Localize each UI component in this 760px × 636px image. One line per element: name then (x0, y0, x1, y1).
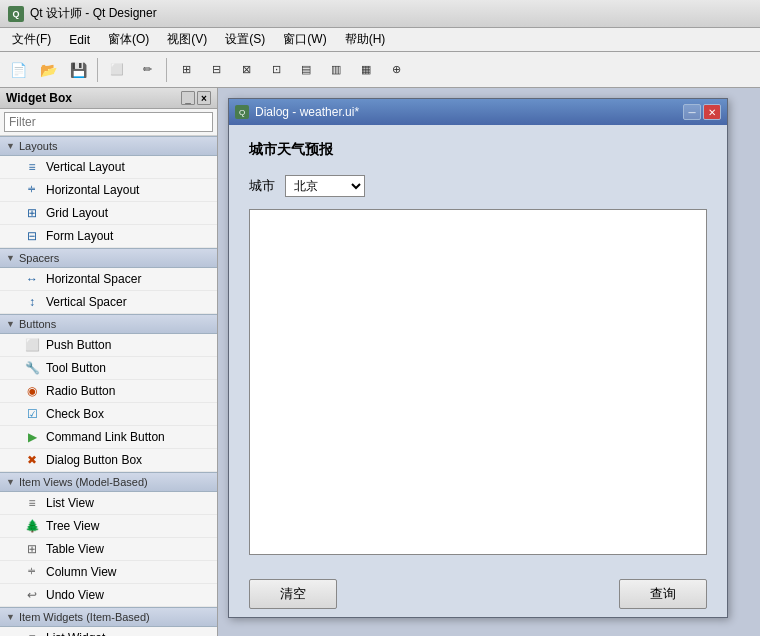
dialog-content: 城市天气预报 城市 北京 上海 广州 深圳 (229, 125, 727, 571)
category-layouts[interactable]: ▼ Layouts (0, 136, 217, 156)
menu-bar: 文件(F) Edit 窗体(O) 视图(V) 设置(S) 窗口(W) 帮助(H) (0, 28, 760, 52)
widget-box-close[interactable]: × (197, 91, 211, 105)
tool-align-right[interactable]: ⊟ (202, 56, 230, 84)
check-box-label: Check Box (46, 407, 104, 421)
menu-view[interactable]: 视图(V) (159, 29, 215, 50)
tool-align-left[interactable]: ⊞ (172, 56, 200, 84)
new-button[interactable]: 📄 (4, 56, 32, 84)
check-box-item[interactable]: ☑ Check Box (0, 403, 217, 426)
radio-button-icon: ◉ (24, 383, 40, 399)
widget-box-title: Widget Box (6, 91, 72, 105)
vertical-layout-item[interactable]: ≡ Vertical Layout (0, 156, 217, 179)
category-item-widgets[interactable]: ▼ Item Widgets (Item-Based) (0, 607, 217, 627)
category-item-views[interactable]: ▼ Item Views (Model-Based) (0, 472, 217, 492)
item-widgets-label: Item Widgets (Item-Based) (19, 611, 150, 623)
dialog-title-bar: Q Dialog - weather.ui* ─ ✕ (229, 99, 727, 125)
item-widgets-arrow: ▼ (6, 612, 15, 622)
menu-settings[interactable]: 设置(S) (217, 29, 273, 50)
toolbar: 📄 📂 💾 ⬜ ✏ ⊞ ⊟ ⊠ ⊡ ▤ ▥ ▦ ⊕ (0, 52, 760, 88)
command-link-button-item[interactable]: ▶ Command Link Button (0, 426, 217, 449)
list-view-item[interactable]: ≡ List View (0, 492, 217, 515)
menu-edit[interactable]: Edit (61, 31, 98, 49)
horizontal-layout-label: Horizontal Layout (46, 183, 139, 197)
dialog-close-button[interactable]: ✕ (703, 104, 721, 120)
toolbar-sep-2 (166, 58, 167, 82)
dialog-minimize-button[interactable]: ─ (683, 104, 701, 120)
grid-layout-icon: ⊞ (24, 205, 40, 221)
vertical-layout-icon: ≡ (24, 159, 40, 175)
form-layout-label: Form Layout (46, 229, 113, 243)
grid-layout-item[interactable]: ⊞ Grid Layout (0, 202, 217, 225)
widget-box-undock[interactable]: _ (181, 91, 195, 105)
dialog-canvas: Q Dialog - weather.ui* ─ ✕ 城市天气预报 城市 北京 … (218, 88, 760, 636)
category-spacers[interactable]: ▼ Spacers (0, 248, 217, 268)
dialog-frame: Q Dialog - weather.ui* ─ ✕ 城市天气预报 城市 北京 … (228, 98, 728, 618)
menu-window-form[interactable]: 窗体(O) (100, 29, 157, 50)
city-select[interactable]: 北京 上海 广州 深圳 (285, 175, 365, 197)
form-layout-item[interactable]: ⊟ Form Layout (0, 225, 217, 248)
push-button-icon: ⬜ (24, 337, 40, 353)
tree-view-item[interactable]: 🌲 Tree View (0, 515, 217, 538)
column-view-item[interactable]: ⫩ Column View (0, 561, 217, 584)
buttons-label: Buttons (19, 318, 56, 330)
widget-box-controls: _ × (181, 91, 211, 105)
tool-layout-form[interactable]: ▥ (322, 56, 350, 84)
category-buttons[interactable]: ▼ Buttons (0, 314, 217, 334)
horizontal-layout-icon: ⫩ (24, 182, 40, 198)
tool-break-layout[interactable]: ▦ (352, 56, 380, 84)
widget-editor-button[interactable]: ⬜ (103, 56, 131, 84)
filter-input[interactable] (4, 112, 213, 132)
horizontal-spacer-icon: ↔ (24, 271, 40, 287)
main-area: Widget Box _ × ▼ Layouts ≡ Vertical Layo… (0, 88, 760, 636)
dialog-title-text: Dialog - weather.ui* (255, 105, 359, 119)
command-link-button-icon: ▶ (24, 429, 40, 445)
radio-button-label: Radio Button (46, 384, 115, 398)
tool-adjust-size[interactable]: ⊕ (382, 56, 410, 84)
horizontal-spacer-item[interactable]: ↔ Horizontal Spacer (0, 268, 217, 291)
edit-mode-button[interactable]: ✏ (133, 56, 161, 84)
dialog-footer: 清空 查询 (229, 571, 727, 617)
tool-button-label: Tool Button (46, 361, 106, 375)
vertical-spacer-item[interactable]: ↕ Vertical Spacer (0, 291, 217, 314)
horizontal-spacer-label: Horizontal Spacer (46, 272, 141, 286)
layouts-arrow: ▼ (6, 141, 15, 151)
table-view-label: Table View (46, 542, 104, 556)
tool-button-icon: 🔧 (24, 360, 40, 376)
buttons-arrow: ▼ (6, 319, 15, 329)
list-widget-icon: ≡ (24, 630, 40, 636)
weather-display-area (249, 209, 707, 555)
item-views-arrow: ▼ (6, 477, 15, 487)
dialog-button-box-icon: ✖ (24, 452, 40, 468)
menu-help[interactable]: 帮助(H) (337, 29, 394, 50)
tree-view-label: Tree View (46, 519, 99, 533)
check-box-icon: ☑ (24, 406, 40, 422)
widget-box-header: Widget Box _ × (0, 88, 217, 109)
query-button[interactable]: 查询 (619, 579, 707, 609)
city-label: 城市 (249, 177, 275, 195)
tool-layout-grid[interactable]: ▤ (292, 56, 320, 84)
spacers-label: Spacers (19, 252, 59, 264)
menu-window[interactable]: 窗口(W) (275, 29, 334, 50)
save-button[interactable]: 💾 (64, 56, 92, 84)
tool-layout-v[interactable]: ⊡ (262, 56, 290, 84)
app-icon: Q (8, 6, 24, 22)
open-button[interactable]: 📂 (34, 56, 62, 84)
dialog-button-box-item[interactable]: ✖ Dialog Button Box (0, 449, 217, 472)
tool-button-item[interactable]: 🔧 Tool Button (0, 357, 217, 380)
list-widget-item[interactable]: ≡ List Widget (0, 627, 217, 636)
horizontal-layout-item[interactable]: ⫩ Horizontal Layout (0, 179, 217, 202)
tool-layout-h[interactable]: ⊠ (232, 56, 260, 84)
undo-view-item[interactable]: ↩ Undo View (0, 584, 217, 607)
vertical-spacer-label: Vertical Spacer (46, 295, 127, 309)
table-view-item[interactable]: ⊞ Table View (0, 538, 217, 561)
dialog-heading: 城市天气预报 (249, 141, 707, 159)
item-views-label: Item Views (Model-Based) (19, 476, 148, 488)
push-button-item[interactable]: ⬜ Push Button (0, 334, 217, 357)
clear-button[interactable]: 清空 (249, 579, 337, 609)
command-link-button-label: Command Link Button (46, 430, 165, 444)
menu-file[interactable]: 文件(F) (4, 29, 59, 50)
dialog-button-box-label: Dialog Button Box (46, 453, 142, 467)
radio-button-item[interactable]: ◉ Radio Button (0, 380, 217, 403)
undo-view-icon: ↩ (24, 587, 40, 603)
widget-box-panel: Widget Box _ × ▼ Layouts ≡ Vertical Layo… (0, 88, 218, 636)
